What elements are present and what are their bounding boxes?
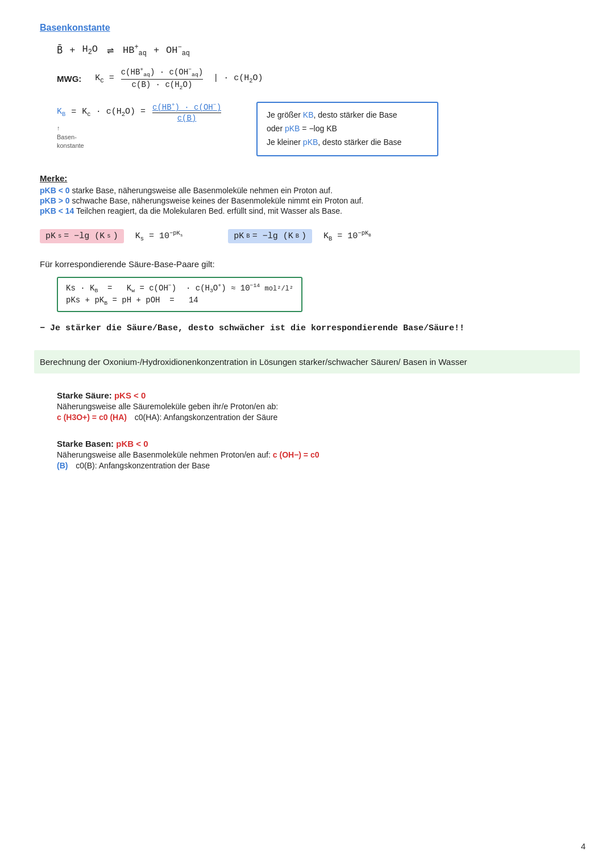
pkb-lt-14: pKB < 14: [40, 206, 74, 215]
green-line1: Ks · KB = Kw = c(OH−) · c(H3O+) ≈ 10−14 …: [66, 283, 293, 294]
starke-saeure-title: Starke Säure: pKS < 0: [57, 391, 574, 400]
mwg-label: MWG:: [57, 74, 81, 84]
section-title: Basenkonstante: [40, 23, 574, 33]
kc-label: KC =: [95, 73, 114, 84]
starke-saeure-section: Starke Säure: pKS < 0 Näherungsweise all…: [57, 391, 574, 422]
oh-minus: OH−aq: [166, 43, 190, 57]
info-line3: Je kleiner pKB, desto stärker die Base: [267, 136, 428, 149]
green-box-wrapper: Ks · KB = Kw = c(OH−) · c(H3O+) ≈ 10−14 …: [57, 275, 574, 312]
info-box: Je größer KB, desto stärker die Base ode…: [256, 102, 438, 156]
starke-saeure-line2: c (H3O+) = c0 (HA) c0(HA): Anfangskonzen…: [57, 413, 574, 422]
korrespondierende-section: Für korrespondierende Säure-Base-Paare g…: [40, 259, 574, 312]
kb-denominator: c(B): [177, 113, 197, 123]
pks-box: pKs = −lg (Ks): [40, 229, 124, 243]
kb-kc: Kc · c(H2O) =: [82, 107, 146, 118]
je-staerker-text: − Je stärker die Säure/Base, desto schwä…: [40, 323, 574, 333]
kc-multiplier: | · c(H2O): [213, 73, 263, 84]
kb-formula-line: KB = Kc · c(H2O) = c(HB+) · c(OH−) c(B): [57, 102, 222, 123]
green-box: Ks · KB = Kw = c(OH−) · c(H3O+) ≈ 10−14 …: [57, 277, 302, 312]
kb-formula-block: KB = Kc · c(H2O) = c(HB+) · c(OH−) c(B) …: [40, 102, 222, 150]
merke-title: Merke:: [40, 173, 574, 183]
b-bar: B̄: [57, 44, 63, 56]
merke-item-1: pKB < 0 starke Base, näherungsweise alle…: [40, 186, 574, 195]
berechnung-section: Berechnung der Oxonium-/Hydroxidionenkon…: [34, 350, 580, 373]
merke-section: Merke: pKB < 0 starke Base, näherungswei…: [40, 173, 574, 215]
kb-lhs: KB: [57, 107, 65, 118]
info-line2: oder pKB = −log KB: [267, 122, 428, 136]
hb-plus: HB+aq: [123, 43, 147, 57]
starke-basen-title: Starke Basen: pKB < 0: [57, 439, 574, 448]
starke-basen-line1: Näherungsweise alle Basenmoleküle nehmen…: [57, 450, 574, 459]
berechnung-text: Berechnung der Oxonium-/Hydroxidionenkon…: [40, 357, 574, 367]
je-staerker-section: − Je stärker die Säure/Base, desto schwä…: [40, 323, 574, 333]
kb-formula-right: KB = 10−pKB: [323, 230, 371, 242]
reaction-equation: B̄ + H2O ⇌ HB+aq + OH−aq: [57, 43, 574, 57]
merke-item-3: pKB < 14 Teilchen reagiert, da die Molek…: [40, 206, 574, 215]
starke-basen-line2: (B) c0(B): Anfangskonzentration der Base: [57, 461, 574, 470]
equilibrium-arrow: ⇌: [107, 43, 114, 57]
korrespondierende-intro: Für korrespondierende Säure-Base-Paare g…: [40, 259, 574, 269]
kb-fraction: c(HB+) · c(OH−) c(B): [152, 102, 221, 123]
kb-sublabel: ↑Basen-konstante: [57, 124, 222, 151]
kc-numerator: c(HB+aq) · c(OH−aq): [121, 67, 204, 79]
merke-text-2: schwache Base, näherungsweise keines der…: [72, 196, 363, 205]
pks-pkb-line: pKs = −lg (Ks) Ks = 10−pKs pKB = −lg (KB…: [40, 229, 574, 243]
kb-row: KB = Kc · c(H2O) = c(HB+) · c(OH−) c(B) …: [40, 102, 574, 156]
starke-saeure-line1: Näherungsweise alle Säuremoleküle geben …: [57, 402, 574, 411]
plus2: +: [154, 45, 159, 56]
pkb-lt-0: pKB < 0: [40, 186, 70, 195]
green-line2: pKs + pKB = pH + pOH = 14: [66, 296, 293, 306]
kb-numerator: c(HB+) · c(OH−): [152, 102, 221, 113]
mwg-line: MWG: KC = c(HB+aq) · c(OH−aq) c(B) · c(H…: [57, 67, 574, 90]
merke-text-1: starke Base, näherungsweise alle Basenmo…: [72, 186, 332, 195]
page-number: 4: [581, 841, 586, 851]
kc-denominator: c(B) · c(H2O): [132, 80, 193, 91]
kb-eq1: =: [71, 107, 76, 117]
pkb-gt-0: pKB > 0: [40, 196, 70, 205]
starke-basen-section: Starke Basen: pKB < 0 Näherungsweise all…: [57, 439, 574, 470]
ks-formula: Ks = 10−pKs: [135, 230, 183, 242]
info-line1: Je größer KB, desto stärker die Base: [267, 109, 428, 122]
pks-pkb-section: pKs = −lg (Ks) Ks = 10−pKs pKB = −lg (KB…: [40, 229, 574, 243]
plus1: +: [69, 45, 75, 56]
basenkonstante-section: Basenkonstante B̄ + H2O ⇌ HB+aq + OH−aq …: [40, 23, 574, 156]
h2o: H2O: [82, 44, 98, 56]
merke-item-2: pKB > 0 schwache Base, näherungsweise ke…: [40, 196, 574, 205]
kc-fraction: c(HB+aq) · c(OH−aq) c(B) · c(H2O): [121, 67, 204, 90]
pkb-box: pKB = −lg (KB): [228, 229, 312, 243]
merke-text-3: Teilchen reagiert, da die Molekularen Be…: [76, 206, 342, 215]
